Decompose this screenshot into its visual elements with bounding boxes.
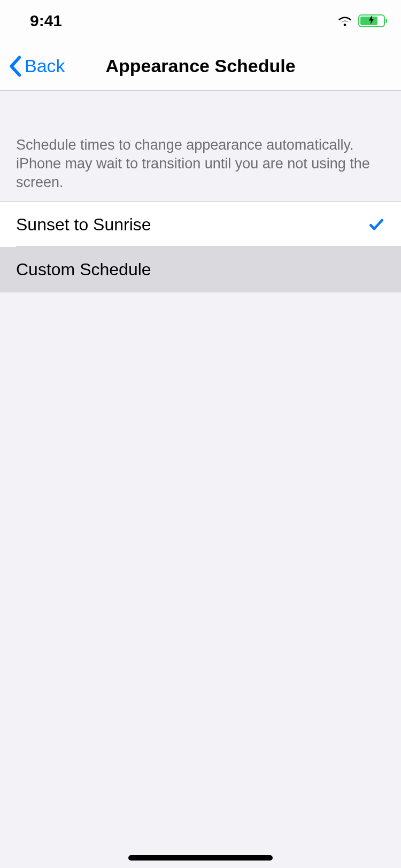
back-button[interactable]: Back [9,56,65,77]
wifi-icon [337,13,353,28]
page-title: Appearance Schedule [105,56,295,76]
option-custom-schedule[interactable]: Custom Schedule [0,247,401,292]
battery-charging-icon [358,14,385,27]
status-bar: 9:41 [0,0,401,42]
back-label: Back [25,56,65,76]
status-time: 9:41 [30,12,62,30]
section-description: Schedule times to change appearance auto… [0,91,401,201]
option-label: Custom Schedule [16,260,151,280]
status-icons [337,13,385,28]
checkmark-icon [368,216,385,233]
option-sunset-to-sunrise[interactable]: Sunset to Sunrise [0,202,401,247]
option-label: Sunset to Sunrise [16,215,151,235]
schedule-options-list: Sunset to Sunrise Custom Schedule [0,201,401,292]
navigation-bar: Back Appearance Schedule [0,42,401,91]
home-indicator[interactable] [128,855,273,861]
chevron-left-icon [9,56,21,77]
